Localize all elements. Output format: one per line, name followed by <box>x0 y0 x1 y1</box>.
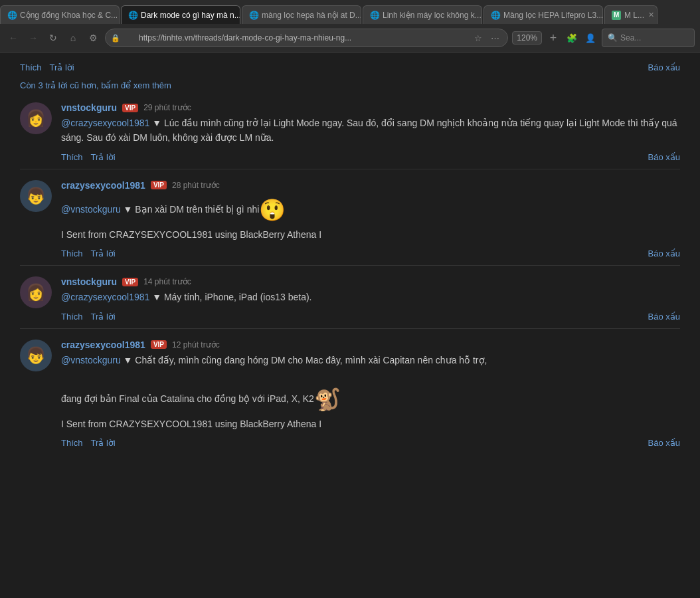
username-c3[interactable]: vnstockguru <box>61 276 117 287</box>
comment-c1: 👩vnstockguruVIP29 phút trước@crazysexyco… <box>20 102 680 162</box>
tab-6-close[interactable]: ✕ <box>644 11 654 19</box>
tab-5-favicon: 🌐 <box>491 11 500 20</box>
tab-2[interactable]: 🌐 Dark mode có gì hay mà n... ✕ <box>121 5 240 24</box>
tab-3-title: màng lọc hepa hà nội at D... <box>262 11 361 20</box>
see-more-bar[interactable]: Còn 3 trả lời cũ hơn, bấm để xem thêm <box>20 80 680 90</box>
comment-actions-c3: ThíchTrả lờiBáo xấu <box>61 312 680 322</box>
comment-separator <box>20 328 680 329</box>
zoom-indicator[interactable]: 120% <box>512 31 542 45</box>
tab-5[interactable]: 🌐 Màng lọc HEPA Lifepro L3... ✕ <box>483 5 603 24</box>
forward-button[interactable]: → <box>25 30 41 46</box>
emoji: 🐒 <box>314 383 341 417</box>
tab-4[interactable]: 🌐 Linh kiện máy lọc không k... ✕ <box>363 5 482 24</box>
address-bar: ← → ↻ ⌂ ⚙ 🔒 https://tinhte.vn/threads/da… <box>0 24 700 52</box>
menu-icon[interactable]: ⋯ <box>487 31 502 45</box>
username-c4[interactable]: crazysexycool1981 <box>61 340 145 350</box>
browser-chrome: 🌐 Cộng đồng Khoa học & C... ✕ 🌐 Dark mod… <box>0 0 700 52</box>
report-button-c3[interactable]: Báo xấu <box>648 312 680 322</box>
time-c3: 14 phút trước <box>143 277 191 286</box>
emoji: 😲 <box>259 193 286 227</box>
text-content: Chất đấy, mình cũng đang hóng DM cho Mac… <box>135 355 487 365</box>
comment-separator <box>20 265 680 266</box>
text-content: I Sent from CRAZYSEXYCOOL1981 using Blac… <box>61 229 321 240</box>
tab-bar: 🌐 Cộng đồng Khoa học & C... ✕ 🌐 Dark mod… <box>0 0 700 24</box>
comment-body-c4: crazysexycool1981VIP12 phút trước@vnstoc… <box>61 340 680 448</box>
tab-4-close[interactable]: ✕ <box>481 11 482 19</box>
tab-3-favicon: 🌐 <box>249 11 258 20</box>
home-button[interactable]: ⌂ <box>65 30 81 46</box>
extensions-icon[interactable]: 🧩 <box>565 31 579 45</box>
comment-text-c4: @vnstockguru ▼ Chất đấy, mình cũng đang … <box>61 353 680 431</box>
comment-separator <box>20 169 680 169</box>
top-report-button[interactable]: Báo xấu <box>648 62 680 72</box>
tab-2-favicon: 🌐 <box>128 11 137 20</box>
add-tab-button[interactable]: + <box>546 31 561 45</box>
tab-5-title: Màng lọc HEPA Lifepro L3... <box>503 11 603 20</box>
arrow-indicator: ▼ <box>121 204 135 215</box>
top-reply-button[interactable]: Trả lời <box>50 62 74 72</box>
top-like-button[interactable]: Thích <box>20 62 42 72</box>
like-button-c4[interactable]: Thích <box>61 438 83 448</box>
user-icon[interactable]: 👤 <box>583 31 598 45</box>
mention-link[interactable]: @vnstockguru <box>61 355 121 365</box>
tab-6-favicon: M <box>612 11 621 20</box>
tab-1-favicon: 🌐 <box>7 11 17 20</box>
report-button-c4[interactable]: Báo xấu <box>648 438 680 448</box>
like-button-c1[interactable]: Thích <box>61 152 83 162</box>
time-c1: 29 phút trước <box>143 103 191 112</box>
comment-header-c4: crazysexycool1981VIP12 phút trước <box>61 340 680 350</box>
arrow-indicator: ▼ <box>149 292 164 302</box>
comment-body-c1: vnstockguruVIP29 phút trước@crazysexycoo… <box>61 102 680 162</box>
report-button-c2[interactable]: Báo xấu <box>648 249 680 258</box>
vip-badge-c4: VIP <box>151 340 167 349</box>
like-button-c2[interactable]: Thích <box>61 249 83 258</box>
comment-actions-left-c4: ThíchTrả lời <box>61 438 116 448</box>
comment-c4: 👦crazysexycool1981VIP12 phút trước@vnsto… <box>20 340 680 448</box>
bookmark-icon[interactable]: ☆ <box>471 31 485 45</box>
like-button-c3[interactable]: Thích <box>61 312 83 322</box>
text-content: I Sent from CRAZYSEXYCOOL1981 using Blac… <box>61 419 321 429</box>
comments-container: 👩vnstockguruVIP29 phút trước@crazysexyco… <box>20 102 680 448</box>
tab-2-title: Dark mode có gì hay mà n... <box>141 11 240 20</box>
arrow-indicator: ▼ <box>149 118 164 128</box>
reply-button-c2[interactable]: Trả lời <box>91 249 116 258</box>
reply-button-c3[interactable]: Trả lời <box>91 312 116 322</box>
comment-actions-left-c3: ThíchTrả lời <box>61 312 116 322</box>
mention-link[interactable]: @crazysexycool1981 <box>61 292 149 302</box>
top-actions: Thích Trả lời Báo xấu <box>20 62 680 72</box>
mention-link[interactable]: @vnstockguru <box>61 204 121 215</box>
comment-actions-c2: ThíchTrả lờiBáo xấu <box>61 249 680 258</box>
tab-6-title: M L... <box>624 11 644 20</box>
avatar-c2: 👦 <box>20 180 52 212</box>
reload-button[interactable]: ↻ <box>45 30 61 46</box>
comment-text-c2: @vnstockguru ▼ Bạn xài DM trên thiết bị … <box>61 193 680 243</box>
back-button[interactable]: ← <box>5 30 21 46</box>
comment-c3: 👩vnstockguruVIP14 phút trước@crazysexyco… <box>20 276 680 321</box>
address-input[interactable]: 🔒 https://tinhte.vn/threads/dark-mode-co… <box>105 29 508 47</box>
tab-4-title: Linh kiện máy lọc không k... <box>383 11 481 20</box>
comment-body-c3: vnstockguruVIP14 phút trước@crazysexycoo… <box>61 276 680 321</box>
report-button-c1[interactable]: Báo xấu <box>648 152 680 162</box>
username-c2[interactable]: crazysexycool1981 <box>61 180 145 191</box>
arrow-indicator: ▼ <box>121 355 135 365</box>
time-c4: 12 phút trước <box>172 340 220 349</box>
avatar-c1: 👩 <box>20 102 52 134</box>
vip-badge-c2: VIP <box>151 181 167 189</box>
text-content: Bạn xài DM trên thiết bị gì nhi <box>135 204 259 215</box>
tab-1[interactable]: 🌐 Cộng đồng Khoa học & C... ✕ <box>0 5 120 24</box>
tab-3[interactable]: 🌐 màng lọc hepa hà nội at D... ✕ <box>242 5 361 24</box>
reply-button-c1[interactable]: Trả lời <box>91 152 116 162</box>
comment-actions-left-c2: ThíchTrả lời <box>61 249 116 258</box>
vip-badge-c1: VIP <box>122 104 138 112</box>
vip-badge-c3: VIP <box>122 278 138 286</box>
tab-6[interactable]: M M L... ✕ <box>604 5 657 24</box>
address-text: https://tinhte.vn/threads/dark-mode-co-g… <box>139 33 351 43</box>
tab-1-close[interactable]: ✕ <box>118 11 120 19</box>
mention-link[interactable]: @crazysexycool1981 <box>61 118 149 128</box>
settings-button[interactable]: ⚙ <box>85 30 101 46</box>
comment-c2: 👦crazysexycool1981VIP28 phút trước@vnsto… <box>20 180 680 259</box>
search-box[interactable]: 🔍 Sea... <box>602 29 695 47</box>
reply-button-c4[interactable]: Trả lời <box>91 438 116 448</box>
text-content: Máy tính, iPhone, iPad (ios13 beta). <box>164 292 312 302</box>
username-c1[interactable]: vnstockguru <box>61 102 117 113</box>
